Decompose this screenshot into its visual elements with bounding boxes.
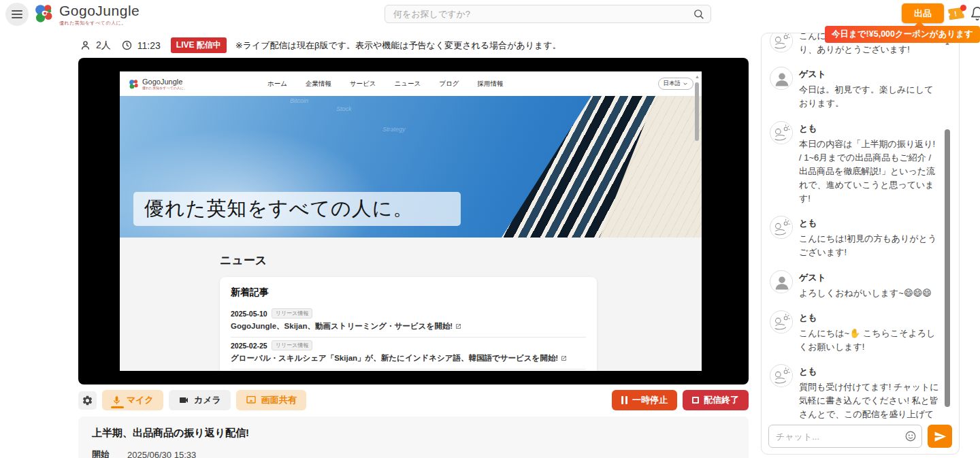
smiley-icon bbox=[904, 430, 917, 442]
clock-icon bbox=[121, 39, 133, 51]
coupon-tooltip[interactable]: 今日まで!¥5,000クーポンがあります bbox=[825, 26, 980, 43]
emoji-picker-button[interactable] bbox=[904, 430, 917, 442]
page: GogoJungle 優れた英知をすべての人に。 出品 ! bbox=[0, 0, 980, 458]
news-item: 2025-05-10 リリース情報 GogoJungle、Skijan、動画スト… bbox=[231, 306, 586, 338]
microphone-icon bbox=[112, 395, 122, 406]
screen-share-button-label: 画面共有 bbox=[261, 394, 297, 406]
chat-sender-name: とも bbox=[799, 217, 940, 229]
chat-input-row bbox=[762, 419, 959, 454]
coupon-icon[interactable]: ! bbox=[947, 7, 965, 22]
pause-button-label: 一時停止 bbox=[632, 394, 668, 406]
gogojungle-logo[interactable]: GogoJungle 優れた英知をすべての人に。 bbox=[33, 2, 140, 27]
shared-screen-website: GogoJungle 優れた英知をすべての人に。 ホーム 企業情報 サービス ニ… bbox=[120, 71, 702, 371]
chat-scrollbar-thumb[interactable] bbox=[945, 129, 950, 407]
gear-icon bbox=[82, 395, 93, 406]
send-icon bbox=[934, 430, 947, 443]
notification-bell-icon[interactable]: 3 bbox=[969, 5, 980, 23]
send-chat-button[interactable] bbox=[928, 425, 952, 448]
avatar-guest bbox=[770, 67, 793, 90]
site-nav-careers[interactable]: 採用情報 bbox=[477, 80, 503, 88]
chat-input[interactable] bbox=[768, 425, 922, 448]
viewers-icon bbox=[80, 39, 91, 51]
external-link-icon bbox=[455, 323, 461, 329]
avatar-tomo bbox=[770, 216, 793, 239]
site-logo-wordmark: GogoJungle bbox=[142, 78, 187, 86]
site-navbar: GogoJungle 優れた英知をすべての人に。 ホーム 企業情報 サービス ニ… bbox=[120, 71, 702, 96]
chat-message: とも こんにちは!初見の方もありがとうございます! bbox=[770, 216, 940, 259]
sell-button[interactable]: 出品 bbox=[902, 3, 944, 23]
site-nav-blog[interactable]: ブログ bbox=[439, 80, 459, 88]
chat-sender-name: とも bbox=[799, 365, 940, 378]
avatar-tomo bbox=[770, 121, 793, 144]
hero-watermark-word: Strategy bbox=[382, 126, 406, 133]
site-scroll-up-arrow[interactable]: ▲ bbox=[694, 74, 700, 79]
video-player[interactable]: GogoJungle 優れた英知をすべての人に。 ホーム 企業情報 サービス ニ… bbox=[78, 58, 749, 385]
chat-message: とも こんにちは~✋ こちらこそよろしくお願いします! bbox=[770, 310, 940, 354]
news-link-text: GogoJungle、Skijan、動画ストリーミング・サービスを開始! bbox=[231, 321, 453, 331]
news-tag: リリース情報 bbox=[272, 308, 313, 318]
news-card: 新着記事 2025-05-10 リリース情報 GogoJungle、Skijan… bbox=[220, 277, 597, 371]
viewer-count: 2人 bbox=[96, 39, 111, 52]
chat-message: ゲスト 今日は。初見です。楽しみにしております。 bbox=[770, 67, 940, 110]
end-button-label: 配信終了 bbox=[704, 394, 739, 406]
chat-message-text: こんにちは~✋ こちらこそよろしくお願いします! bbox=[799, 327, 940, 354]
chat-sender-name: ゲスト bbox=[799, 68, 940, 80]
site-news-section: ニュース 新着記事 2025-05-10 リリース情報 GogoJungle、S… bbox=[120, 238, 702, 371]
chat-message-text: 質問も受け付けてます! チャットに気軽に書き込んでください! 私と皆さんとで、こ… bbox=[799, 380, 940, 419]
header-search bbox=[385, 5, 711, 23]
news-link[interactable]: グローバル・スキルシェア「Skijan」が、新たにインドネシア語、韓国語でサービ… bbox=[231, 353, 586, 363]
gogojungle-logo-icon bbox=[33, 2, 55, 27]
news-link[interactable]: GogoJungle、Skijan、動画ストリーミング・サービスを開始! bbox=[231, 321, 586, 331]
site-nav-services[interactable]: サービス bbox=[350, 80, 376, 88]
mic-level-indicator bbox=[111, 406, 124, 408]
news-section-heading: ニュース bbox=[220, 252, 267, 268]
site-logo-icon bbox=[128, 78, 140, 90]
start-datetime: 2025/06/30 15:33 bbox=[127, 450, 196, 458]
camera-icon bbox=[178, 395, 189, 406]
site-scrollbar[interactable]: ▲ bbox=[694, 74, 700, 368]
site-nav-news[interactable]: ニュース bbox=[395, 80, 421, 88]
beta-notice: ※ライブ配信は現在β版です。表示や機能は予告なく変更される場合があります。 bbox=[235, 39, 561, 52]
logo-tagline: 優れた英知をすべての人に。 bbox=[59, 20, 140, 27]
chat-scroll-down-arrow[interactable]: ▼ bbox=[943, 377, 952, 384]
chat-message-text: 本日の内容は「上半期の振り返り! / 1~6月までの出品商品もご紹介 / 出品商… bbox=[799, 137, 940, 206]
pause-broadcast-button[interactable]: 一時停止 bbox=[612, 390, 677, 410]
site-nav-company[interactable]: 企業情報 bbox=[306, 80, 331, 88]
start-label: 開始 bbox=[92, 448, 127, 458]
site-nav-links: ホーム 企業情報 サービス ニュース ブログ 採用情報 bbox=[267, 80, 503, 88]
hamburger-menu-button[interactable] bbox=[5, 3, 29, 26]
coupon-notification-dot bbox=[960, 5, 966, 11]
chevron-down-icon bbox=[683, 81, 688, 86]
news-card-title: 新着記事 bbox=[231, 287, 586, 299]
news-item: 2025-02-25 リリース情報 グローバル・スキルシェア「Skijan」が、… bbox=[231, 338, 586, 370]
camera-toggle-button[interactable]: カメラ bbox=[169, 390, 231, 410]
news-date: 2025-05-10 bbox=[231, 310, 267, 318]
screen-share-button[interactable]: 画面共有 bbox=[236, 390, 306, 410]
logo-wordmark: GogoJungle bbox=[59, 2, 140, 20]
chat-sender-name: ゲスト bbox=[799, 272, 940, 284]
site-logo-tagline: 優れた英知をすべての人に。 bbox=[142, 86, 187, 90]
site-nav-home[interactable]: ホーム bbox=[267, 80, 287, 88]
chat-message: とも 質問も受け付けてます! チャットに気軽に書き込んでください! 私と皆さんと… bbox=[770, 364, 940, 419]
end-broadcast-button[interactable]: 配信終了 bbox=[683, 390, 749, 410]
avatar-tomo bbox=[770, 33, 793, 52]
external-link-icon bbox=[561, 355, 567, 361]
hero-watermark-word: Bitcoin bbox=[290, 97, 308, 104]
search-input[interactable] bbox=[385, 5, 711, 23]
mic-button-label: マイク bbox=[127, 394, 154, 406]
search-icon[interactable] bbox=[693, 8, 704, 20]
elapsed-time: 11:23 bbox=[137, 40, 161, 51]
live-status-badge: LIVE 配信中 bbox=[171, 37, 227, 53]
settings-button[interactable] bbox=[78, 391, 97, 410]
stream-meta-row: 2人 11:23 LIVE 配信中 ※ライブ配信は現在β版です。表示や機能は予告… bbox=[80, 37, 561, 53]
stream-info-panel: 上半期、出品商品の振り返り配信! 開始 2025/06/30 15:33 bbox=[78, 416, 749, 458]
site-language-select[interactable]: 日本語 bbox=[658, 78, 694, 90]
chat-sender-name: とも bbox=[799, 312, 940, 324]
chat-message-list[interactable]: こんにちは!本日もご視聴くださり、ありがとうございます! ゲスト 今日は。初見で… bbox=[762, 33, 959, 419]
site-logo: GogoJungle 優れた英知をすべての人に。 bbox=[128, 78, 187, 90]
site-hero-banner: Bitcoin Stock Strategy 優れた英知をすべての人に。 bbox=[120, 96, 702, 238]
chat-scrollbar[interactable]: ▲ ▼ bbox=[943, 38, 952, 423]
mic-toggle-button[interactable]: マイク bbox=[102, 390, 163, 410]
chat-message: とも 本日の内容は「上半期の振り返り! / 1~6月までの出品商品もご紹介 / … bbox=[770, 121, 940, 206]
site-scrollbar-thumb[interactable] bbox=[695, 82, 699, 141]
